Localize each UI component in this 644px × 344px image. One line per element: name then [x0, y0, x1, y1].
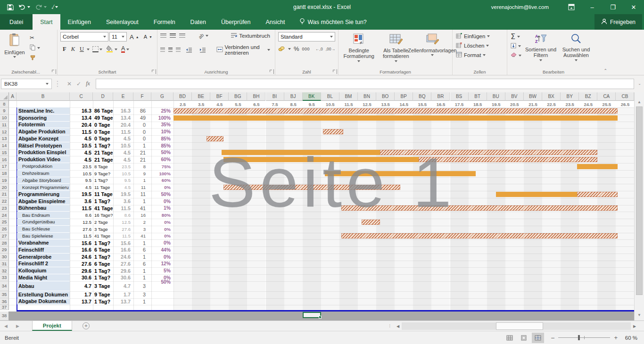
task-start-cell[interactable]: 13.7 — [70, 298, 91, 305]
task-percent-cell[interactable]: 50% — [151, 149, 171, 156]
scrollbar-splitter[interactable]: ⁞ — [389, 324, 390, 328]
task-days-gray-cell[interactable]: 11 — [133, 184, 146, 191]
task-days-gray-cell[interactable]: 1 — [133, 239, 146, 246]
task-date-gray-cell[interactable]: 16.6 — [113, 246, 131, 254]
row-header-10[interactable]: 10 — [0, 115, 9, 122]
task-duration-cell[interactable]: 2 Tage — [94, 219, 113, 226]
underline-button[interactable]: U — [77, 46, 86, 53]
increase-font-button[interactable]: A▲ — [128, 33, 141, 41]
task-percent-cell[interactable]: 0% — [151, 239, 171, 246]
column-header-BG[interactable]: BG — [229, 92, 247, 101]
column-header-BY[interactable]: BY — [561, 92, 579, 101]
gantt-bar-segment[interactable] — [323, 129, 343, 134]
task-percent-cell[interactable]: 1% — [151, 205, 171, 212]
zoom-out-icon[interactable]: − — [551, 334, 554, 342]
task-start-cell[interactable]: 10.5 — [70, 170, 91, 177]
task-start-cell[interactable]: 4.5 — [70, 135, 91, 142]
task-days-gray-cell[interactable]: 2 — [133, 219, 146, 226]
new-sheet-button[interactable]: + — [83, 322, 90, 329]
task-days-gray-cell[interactable]: 0 — [133, 122, 146, 129]
task-percent-cell[interactable] — [151, 298, 171, 305]
worksheet-grid[interactable]: Seite 1ABCDEFGBDBEBFBGBHBIBJBKBLBMBNBOBP… — [0, 92, 644, 320]
column-header-BP[interactable]: BP — [395, 92, 413, 101]
column-header-E[interactable]: E — [113, 92, 133, 101]
zoom-slider-thumb[interactable] — [578, 335, 580, 340]
timeline-day-cell[interactable]: 6.5 — [247, 101, 265, 107]
task-name-cell[interactable]: Produktion Video — [17, 156, 70, 163]
task-days-gray-cell[interactable]: 6 — [133, 246, 146, 254]
task-days-gray-cell[interactable]: 3 — [133, 291, 146, 298]
scroll-left-icon[interactable]: ◀ — [394, 322, 402, 330]
task-date-gray-cell[interactable]: 4.5 — [113, 184, 131, 191]
wrap-text-button[interactable]: Textumbruch — [229, 32, 272, 40]
tab-ansicht[interactable]: Ansicht — [258, 14, 293, 30]
horizontal-scrollbar[interactable]: ⁞ ◀ ▶ — [389, 322, 638, 330]
task-percent-cell[interactable]: 60% — [151, 156, 171, 163]
task-duration-cell[interactable]: 0 Tage — [94, 122, 113, 129]
task-days-gray-cell[interactable]: 41 — [133, 233, 146, 240]
format-cells-button[interactable]: Format — [454, 51, 505, 59]
insert-cells-button[interactable]: Einfügen — [454, 33, 505, 40]
task-date-gray-cell[interactable]: 20.4 — [113, 122, 131, 129]
task-percent-cell[interactable]: 25% — [151, 107, 171, 115]
task-start-cell[interactable]: 4.5 — [70, 149, 91, 156]
task-days-gray-cell[interactable]: 1 — [133, 198, 146, 205]
task-duration-cell[interactable]: 21 Tage — [94, 149, 113, 156]
task-duration-cell[interactable]: 1 Tag? — [94, 267, 113, 274]
task-percent-cell[interactable]: 100% — [151, 170, 171, 177]
orientation-button[interactable]: ab — [197, 33, 210, 39]
task-percent-cell[interactable]: 10% — [151, 128, 171, 135]
task-days-gray-cell[interactable]: 1 — [133, 254, 146, 261]
scroll-up-icon[interactable]: ▲ — [636, 100, 643, 104]
task-duration-cell[interactable]: 1 Tag? — [94, 198, 113, 205]
task-start-cell[interactable]: 16.3 — [70, 107, 91, 115]
task-name-cell[interactable]: Postproduktion — [17, 163, 70, 170]
row-header-26[interactable]: 26 — [0, 226, 9, 233]
task-percent-cell[interactable]: 0% — [151, 198, 171, 205]
task-percent-cell[interactable]: 0% — [151, 184, 171, 191]
row-header-23[interactable]: 23 — [0, 205, 9, 212]
task-percent-cell[interactable]: 85% — [151, 142, 171, 149]
timeline-day-cell[interactable]: 19.5 — [487, 101, 505, 107]
task-duration-cell[interactable]: 41 Tage — [94, 233, 113, 240]
task-name-cell[interactable]: Drehzeitraum — [17, 170, 70, 177]
task-name-cell[interactable]: Abgabe Einspielme — [17, 198, 70, 205]
task-percent-cell[interactable]: 60% — [151, 177, 171, 184]
task-name-cell[interactable]: Bau Endraum — [17, 212, 70, 218]
save-icon[interactable] — [7, 4, 14, 11]
task-duration-cell[interactable]: 6 Tage — [94, 246, 113, 254]
task-percent-cell[interactable]: 44% — [151, 246, 171, 254]
task-date-gray-cell[interactable]: 11.5 — [113, 233, 131, 240]
bold-button[interactable]: F — [60, 46, 69, 53]
task-name-cell[interactable]: Abgabe Produktion — [17, 128, 70, 135]
task-days-gray-cell[interactable]: 9 — [133, 170, 146, 177]
gantt-bar-segment[interactable] — [206, 136, 223, 141]
task-days-gray-cell[interactable]: 21 — [133, 156, 146, 163]
task-date-gray-cell[interactable]: 13.7 — [113, 298, 131, 305]
column-header-BX[interactable]: BX — [542, 92, 561, 101]
timeline-day-cell[interactable]: 10.5 — [321, 101, 339, 107]
task-percent-cell[interactable]: 35% — [151, 122, 171, 129]
task-duration-cell[interactable]: 9 Tage — [94, 291, 113, 298]
task-duration-cell[interactable]: 21 Tage? — [94, 156, 113, 163]
row-header-29[interactable]: 29 — [0, 246, 9, 254]
timeline-day-cell[interactable]: 15.5 — [413, 101, 431, 107]
gantt-bar-segment[interactable] — [577, 164, 618, 169]
task-date-gray-cell[interactable]: 4.5 — [113, 156, 131, 163]
task-name-cell[interactable]: Kolloquium — [17, 267, 70, 274]
scroll-down-icon[interactable]: ▼ — [636, 313, 643, 317]
row-header-32[interactable]: 32 — [0, 267, 9, 274]
tab-einfuegen[interactable]: Einfügen — [60, 14, 99, 30]
task-date-gray-cell[interactable]: 27.6 — [113, 226, 131, 233]
select-all-corner[interactable] — [0, 92, 9, 101]
sort-filter-button[interactable]: AZ Sortieren und Filtern — [523, 31, 558, 68]
task-start-cell[interactable]: 4.7 — [70, 281, 91, 291]
decrease-font-button[interactable]: A▼ — [142, 33, 154, 40]
timeline-day-cell[interactable]: 23.5 — [561, 101, 579, 107]
column-header-BJ[interactable]: BJ — [284, 92, 303, 101]
timeline-day-cell[interactable]: 22.5 — [542, 101, 561, 107]
task-start-cell[interactable]: 27.6 — [70, 226, 91, 233]
task-days-gray-cell[interactable]: 41 — [133, 205, 146, 212]
column-header-BQ[interactable]: BQ — [413, 92, 431, 101]
timeline-day-cell[interactable]: 13.5 — [376, 101, 395, 107]
